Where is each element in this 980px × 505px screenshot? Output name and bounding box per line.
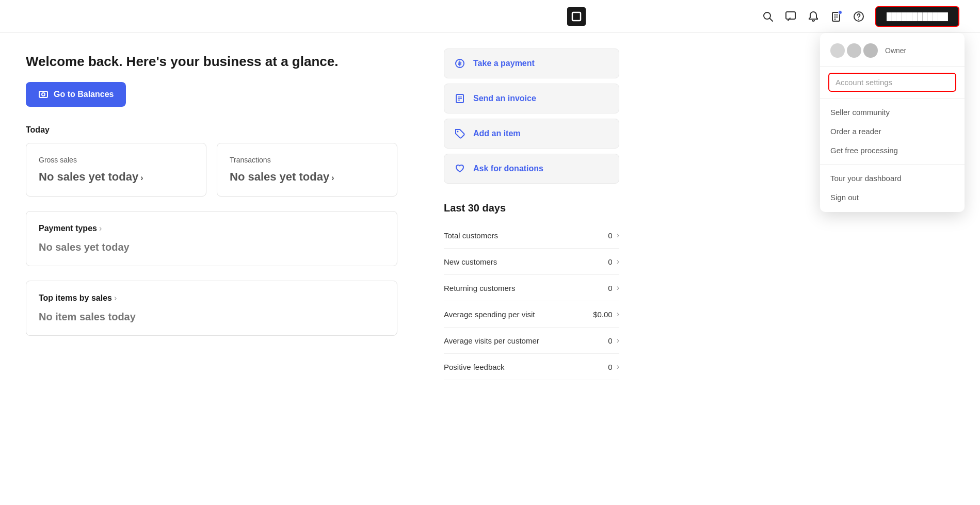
help-icon[interactable] xyxy=(853,10,865,23)
new-customers-row[interactable]: New customers 0 › xyxy=(444,249,619,275)
positive-feedback-row[interactable]: Positive feedback 0 › xyxy=(444,354,619,380)
svg-point-12 xyxy=(42,93,45,96)
top-items-empty: No item sales today xyxy=(39,311,384,323)
bell-icon[interactable] xyxy=(807,10,820,23)
welcome-heading: Welcome back. Here's your business at a … xyxy=(26,54,397,70)
new-customers-right: 0 › xyxy=(608,257,619,266)
avg-visits-row[interactable]: Average visits per customer 0 › xyxy=(444,328,619,354)
square-logo-icon xyxy=(567,7,586,26)
last30-stats-list: Total customers 0 › New customers 0 › Re… xyxy=(444,222,619,380)
avg-spending-label: Average spending per visit xyxy=(444,310,535,319)
avg-spending-right: $0.00 › xyxy=(593,309,619,319)
svg-line-3 xyxy=(769,18,773,21)
tag-icon xyxy=(455,128,465,139)
clipboard-icon[interactable] xyxy=(830,10,842,23)
seller-community-item[interactable]: Seller community xyxy=(820,103,965,122)
header-logo xyxy=(391,7,762,26)
transactions-label: Transactions xyxy=(230,156,384,164)
today-cards: Gross sales No sales yet today› Transact… xyxy=(26,143,397,197)
search-icon[interactable] xyxy=(762,10,774,23)
dollar-icon xyxy=(455,58,465,69)
avg-visits-chevron: › xyxy=(617,336,619,345)
take-payment-button[interactable]: Take a payment xyxy=(444,48,619,78)
add-item-button[interactable]: Add an item xyxy=(444,119,619,149)
notification-badge xyxy=(838,10,842,14)
order-reader-item[interactable]: Order a reader xyxy=(820,122,965,141)
total-customers-right: 0 › xyxy=(608,231,619,240)
user-avatars xyxy=(830,43,878,58)
avg-visits-label: Average visits per customer xyxy=(444,336,539,345)
transactions-arrow: › xyxy=(331,173,334,182)
avg-visits-value: 0 xyxy=(608,336,612,345)
heart-icon xyxy=(455,164,465,174)
avatar-1 xyxy=(830,43,845,58)
returning-customers-value: 0 xyxy=(608,284,612,292)
returning-customers-label: Returning customers xyxy=(444,284,515,292)
chat-icon[interactable] xyxy=(784,10,797,23)
account-settings-item[interactable]: Account settings xyxy=(828,73,956,92)
svg-rect-0 xyxy=(567,7,586,26)
right-panel: Take a payment Send an invoice Add an it… xyxy=(423,33,640,505)
balance-btn-label: Go to Balances xyxy=(54,90,114,99)
dropdown-divider-1 xyxy=(820,98,965,99)
returning-customers-chevron: › xyxy=(617,283,619,292)
new-customers-value: 0 xyxy=(608,257,612,266)
gross-sales-card: Gross sales No sales yet today› xyxy=(26,143,206,197)
send-invoice-label: Send an invoice xyxy=(473,94,536,103)
go-to-balances-button[interactable]: Go to Balances xyxy=(26,82,126,107)
ask-donations-button[interactable]: Ask for donations xyxy=(444,154,619,184)
dropdown-divider-2 xyxy=(820,164,965,165)
user-dropdown-menu: Owner Account settings Seller community … xyxy=(820,33,965,212)
transactions-value[interactable]: No sales yet today› xyxy=(230,170,384,184)
gross-sales-value[interactable]: No sales yet today› xyxy=(39,170,194,184)
returning-customers-row[interactable]: Returning customers 0 › xyxy=(444,275,619,301)
positive-feedback-chevron: › xyxy=(617,362,619,371)
positive-feedback-right: 0 › xyxy=(608,362,619,371)
svg-point-18 xyxy=(457,131,459,133)
payment-types-card: Payment types› No sales yet today xyxy=(26,211,397,266)
header: ████████████ xyxy=(0,0,980,33)
gross-sales-label: Gross sales xyxy=(39,156,194,164)
avg-visits-right: 0 › xyxy=(608,336,619,345)
dropdown-user-section: Owner xyxy=(820,43,965,67)
svg-rect-11 xyxy=(39,91,47,97)
user-role-label: Owner xyxy=(883,46,906,55)
balance-icon xyxy=(38,89,49,100)
user-menu-button[interactable]: ████████████ xyxy=(875,6,959,27)
total-customers-chevron: › xyxy=(617,231,619,240)
transactions-card: Transactions No sales yet today› xyxy=(217,143,397,197)
total-customers-value: 0 xyxy=(608,231,612,240)
returning-customers-right: 0 › xyxy=(608,283,619,292)
positive-feedback-label: Positive feedback xyxy=(444,363,505,371)
avg-spending-row[interactable]: Average spending per visit $0.00 › xyxy=(444,301,619,328)
ask-donations-label: Ask for donations xyxy=(473,164,543,173)
invoice-icon xyxy=(455,93,465,104)
sign-out-item[interactable]: Sign out xyxy=(820,188,965,207)
last30-title: Last 30 days xyxy=(444,202,619,214)
take-payment-label: Take a payment xyxy=(473,59,535,68)
tour-dashboard-item[interactable]: Tour your dashboard xyxy=(820,169,965,188)
gross-sales-arrow: › xyxy=(140,173,143,182)
avatar-2 xyxy=(847,43,861,58)
new-customers-label: New customers xyxy=(444,257,497,266)
avatar-3 xyxy=(863,43,878,58)
get-free-processing-item[interactable]: Get free processing xyxy=(820,141,965,160)
add-item-label: Add an item xyxy=(473,129,521,138)
payment-types-empty: No sales yet today xyxy=(39,241,384,253)
positive-feedback-value: 0 xyxy=(608,363,612,371)
avg-spending-value: $0.00 xyxy=(593,310,613,319)
header-right-icons: ████████████ xyxy=(762,6,959,27)
total-customers-label: Total customers xyxy=(444,231,498,240)
top-items-title[interactable]: Top items by sales› xyxy=(39,294,384,303)
content-area: Welcome back. Here's your business at a … xyxy=(0,33,423,505)
today-section-title: Today xyxy=(26,125,397,135)
send-invoice-button[interactable]: Send an invoice xyxy=(444,84,619,113)
new-customers-chevron: › xyxy=(617,257,619,266)
top-items-card: Top items by sales› No item sales today xyxy=(26,281,397,336)
avg-spending-chevron: › xyxy=(617,309,619,319)
quick-actions: Take a payment Send an invoice Add an it… xyxy=(444,48,619,184)
payment-types-title[interactable]: Payment types› xyxy=(39,224,384,233)
svg-point-10 xyxy=(858,19,859,20)
total-customers-row[interactable]: Total customers 0 › xyxy=(444,222,619,249)
svg-rect-4 xyxy=(786,12,795,19)
